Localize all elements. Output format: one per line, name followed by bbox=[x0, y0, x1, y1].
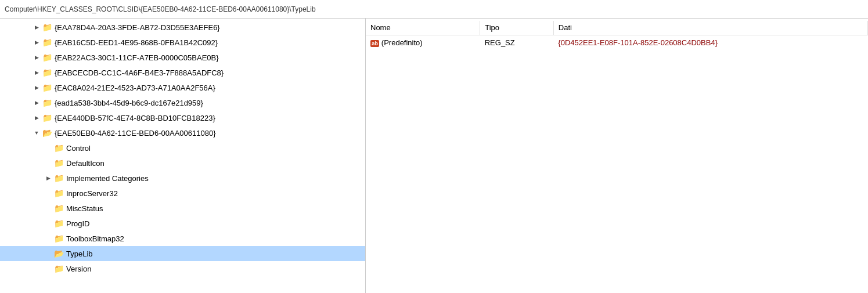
tree-item[interactable]: 📁MiscStatus bbox=[0, 201, 365, 216]
tree-item[interactable]: 📂{EAE50EB0-4A62-11CE-BED6-00AA00611080} bbox=[0, 125, 365, 140]
tree-item-label: {EAA78D4A-20A3-3FDE-AB72-D3D55E3AEFE6} bbox=[55, 23, 220, 32]
tree-item[interactable]: 📁ProgID bbox=[0, 216, 365, 231]
folder-icon: 📁 bbox=[54, 143, 64, 153]
tree-item[interactable]: 📁{EAB16C5D-EED1-4E95-868B-0FBA1B42C092} bbox=[0, 35, 365, 50]
tree-item-label: {EABCECDB-CC1C-4A6F-B4E3-7F888A5ADFC8} bbox=[55, 68, 224, 77]
tree-item[interactable]: 📁DefaultIcon bbox=[0, 155, 365, 171]
registry-values-panel: NomeTipoDati ab(Predefinito)REG_SZ{0D452… bbox=[366, 19, 868, 293]
folder-icon: 📁 bbox=[54, 158, 64, 168]
expand-arrow-icon bbox=[32, 83, 41, 92]
tree-item[interactable]: 📁{EAB22AC3-30C1-11CF-A7EB-0000C05BAE0B} bbox=[0, 50, 365, 65]
tree-item-label: {EAB22AC3-30C1-11CF-A7EB-0000C05BAE0B} bbox=[55, 53, 219, 62]
tree-item[interactable]: 📁{EABCECDB-CC1C-4A6F-B4E3-7F888A5ADFC8} bbox=[0, 65, 365, 80]
folder-icon: 📁 bbox=[54, 189, 64, 198]
tree-item[interactable]: 📁InprocServer32 bbox=[0, 186, 365, 201]
tree-item-label: ToolboxBitmap32 bbox=[66, 234, 124, 243]
tree-item[interactable]: 📁Version bbox=[0, 261, 365, 276]
tree-item-label: {EAC8A024-21E2-4523-AD73-A71A0AA2F56A} bbox=[55, 84, 215, 92]
folder-icon: 📁 bbox=[42, 98, 52, 107]
column-header-dati: Dati bbox=[553, 21, 867, 35]
expand-arrow-icon bbox=[32, 98, 41, 107]
breadcrumb: Computer\HKEY_CLASSES_ROOT\CLSID\{EAE50E… bbox=[0, 0, 868, 19]
expand-arrow-icon bbox=[44, 173, 53, 183]
tree-item[interactable]: 📂TypeLib bbox=[0, 246, 365, 261]
expand-arrow-icon bbox=[32, 68, 41, 77]
folder-icon: 📁 bbox=[42, 83, 52, 92]
nome-value: (Predefinito) bbox=[381, 38, 423, 47]
tree-item[interactable]: 📁{EAC8A024-21E2-4523-AD73-A71A0AA2F56A} bbox=[0, 80, 365, 95]
column-header-tipo: Tipo bbox=[480, 21, 554, 35]
tree-item-label: Implemented Categories bbox=[66, 174, 149, 183]
expand-arrow-icon bbox=[32, 113, 41, 122]
tree-item-label: InprocServer32 bbox=[66, 189, 118, 198]
registry-values-table: NomeTipoDati ab(Predefinito)REG_SZ{0D452… bbox=[366, 21, 868, 50]
table-row[interactable]: ab(Predefinito)REG_SZ{0D452EE1-E08F-101A… bbox=[366, 35, 868, 50]
folder-icon: 📁 bbox=[54, 204, 64, 213]
tree-item[interactable]: 📁ToolboxBitmap32 bbox=[0, 231, 365, 246]
cell-tipo: REG_SZ bbox=[480, 35, 554, 50]
folder-icon: 📁 bbox=[42, 113, 52, 122]
folder-icon: 📁 bbox=[42, 68, 52, 77]
expand-arrow-icon bbox=[32, 38, 41, 47]
folder-icon: 📂 bbox=[42, 128, 52, 138]
tree-item-label: {EAB16C5D-EED1-4E95-868B-0FBA1B42C092} bbox=[55, 38, 218, 47]
column-header-nome: Nome bbox=[366, 21, 480, 35]
tree-item[interactable]: 📁Implemented Categories bbox=[0, 171, 365, 186]
folder-icon: 📁 bbox=[42, 38, 52, 47]
tree-item-label: DefaultIcon bbox=[66, 159, 105, 168]
tree-item-label: Control bbox=[66, 144, 91, 153]
breadcrumb-text: Computer\HKEY_CLASSES_ROOT\CLSID\{EAE50E… bbox=[5, 5, 316, 13]
folder-icon: 📁 bbox=[54, 264, 64, 273]
reg-ab-icon: ab bbox=[370, 40, 379, 47]
tree-item-label: {EAE440DB-57fC-4E74-8C8B-BD10FCB18223} bbox=[55, 114, 215, 122]
registry-tree: 📁{EAA78D4A-20A3-3FDE-AB72-D3D55E3AEFE6}📁… bbox=[0, 19, 366, 293]
folder-icon: 📁 bbox=[42, 23, 52, 32]
folder-icon: 📂 bbox=[54, 249, 64, 258]
tree-item-label: TypeLib bbox=[66, 249, 93, 258]
tree-item-label: {ead1a538-3bb4-45d9-b6c9-dc167e21d959} bbox=[55, 99, 203, 107]
expand-arrow-icon bbox=[32, 128, 41, 138]
tree-item-label: MiscStatus bbox=[66, 204, 103, 213]
folder-icon: 📁 bbox=[54, 234, 64, 243]
tree-item[interactable]: 📁{EAE440DB-57fC-4E74-8C8B-BD10FCB18223} bbox=[0, 110, 365, 125]
folder-icon: 📁 bbox=[42, 53, 52, 62]
folder-icon: 📁 bbox=[54, 219, 64, 228]
tree-item-label: {EAE50EB0-4A62-11CE-BED6-00AA00611080} bbox=[55, 129, 216, 138]
folder-icon: 📁 bbox=[54, 173, 64, 183]
expand-arrow-icon bbox=[32, 53, 41, 62]
tree-item-label: ProgID bbox=[66, 219, 89, 228]
cell-nome: ab(Predefinito) bbox=[366, 35, 480, 50]
tree-item[interactable]: 📁{ead1a538-3bb4-45d9-b6c9-dc167e21d959} bbox=[0, 95, 365, 110]
tree-item[interactable]: 📁{EAA78D4A-20A3-3FDE-AB72-D3D55E3AEFE6} bbox=[0, 20, 365, 35]
cell-dati: {0D452EE1-E08F-101A-852E-02608C4D0BB4} bbox=[553, 35, 867, 50]
tree-item[interactable]: 📁Control bbox=[0, 140, 365, 155]
expand-arrow-icon bbox=[32, 23, 41, 32]
tree-item-label: Version bbox=[66, 265, 91, 273]
